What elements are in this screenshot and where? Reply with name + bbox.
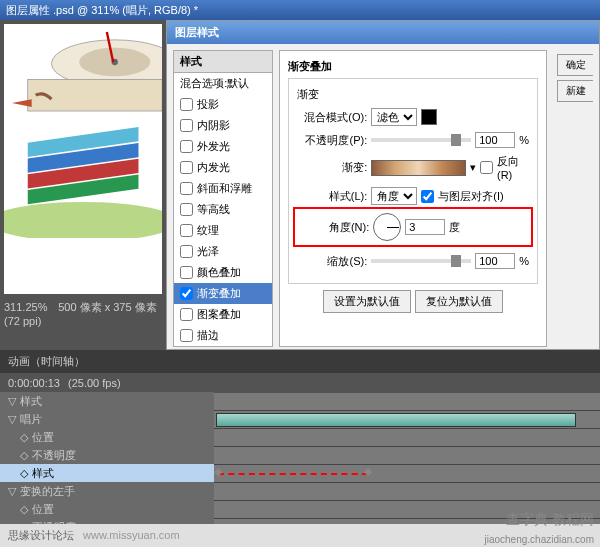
keyframe-diamond[interactable]: ◆ [214, 465, 222, 478]
style-checkbox[interactable] [180, 161, 193, 174]
style-label: 颜色叠加 [197, 265, 241, 280]
blend-mode-label: 混合模式(O): [297, 110, 367, 125]
status-bar: 311.25% 500 像素 x 375 像素 (72 ppi) [0, 298, 166, 329]
style-label: 斜面和浮雕 [197, 181, 252, 196]
expand-icon[interactable]: ▽ [8, 485, 16, 498]
blend-mode-select[interactable]: 滤色 [371, 108, 417, 126]
timeline-layer-6[interactable]: ◇位置 [0, 500, 214, 519]
style-item-3[interactable]: 外发光 [174, 136, 272, 157]
style-item-1[interactable]: 投影 [174, 94, 272, 115]
style-item-4[interactable]: 内发光 [174, 157, 272, 178]
style-item-12[interactable]: 描边 [174, 325, 272, 346]
style-checkbox[interactable] [180, 329, 193, 342]
color-swatch[interactable] [421, 109, 437, 125]
opacity-input[interactable] [475, 132, 515, 148]
timeline-layer-2[interactable]: ◇位置 [0, 428, 214, 447]
timecode[interactable]: 0:00:00:13 [8, 377, 60, 389]
layer-label: 唱片 [20, 412, 42, 427]
timeline-layer-0[interactable]: ▽样式 [0, 392, 214, 411]
section-title: 渐变叠加 [288, 59, 538, 74]
watermark-url: jiaocheng.chazidian.com [484, 534, 594, 545]
timeline-layer-1[interactable]: ▽唱片 [0, 410, 214, 429]
scale-slider[interactable] [371, 259, 471, 263]
style-label: 光泽 [197, 244, 219, 259]
opacity-label: 不透明度(P): [297, 133, 367, 148]
gradient-picker[interactable] [371, 160, 466, 176]
angle-dial[interactable] [373, 213, 401, 241]
options-panel: 渐变叠加 渐变 混合模式(O): 滤色 不透明度(P): % [279, 50, 547, 347]
angle-label: 角度(N): [299, 220, 369, 235]
timeline-title: 动画（时间轴） [8, 354, 85, 369]
style-item-8[interactable]: 光泽 [174, 241, 272, 262]
style-checkbox[interactable] [180, 182, 193, 195]
style-item-11[interactable]: 图案叠加 [174, 304, 272, 325]
clip-bar[interactable] [216, 413, 576, 427]
forum-url: www.missyuan.com [83, 529, 180, 541]
scale-input[interactable] [475, 253, 515, 269]
dropdown-icon[interactable]: ▾ [470, 161, 476, 174]
timeline-track[interactable] [214, 411, 600, 428]
style-checkbox[interactable] [180, 245, 193, 258]
keyframe-icon[interactable]: ◇ [20, 467, 28, 480]
reverse-checkbox[interactable] [480, 161, 493, 174]
style-checkbox[interactable] [180, 98, 193, 111]
reset-default-button[interactable]: 复位为默认值 [415, 290, 503, 313]
style-label: 混合选项:默认 [180, 76, 249, 91]
style-checkbox[interactable] [180, 140, 193, 153]
styles-header: 样式 [174, 51, 272, 73]
timeline-track[interactable] [214, 393, 600, 410]
percent-label-2: % [519, 255, 529, 267]
style-item-9[interactable]: 颜色叠加 [174, 262, 272, 283]
align-checkbox[interactable] [421, 190, 434, 203]
zoom-level: 311.25% [4, 301, 47, 313]
style-label: 纹理 [197, 223, 219, 238]
set-default-button[interactable]: 设置为默认值 [323, 290, 411, 313]
document-tab[interactable]: 图层属性 .psd @ 311% (唱片, RGB/8) * [6, 3, 198, 18]
style-item-7[interactable]: 纹理 [174, 220, 272, 241]
scale-label: 缩放(S): [297, 254, 367, 269]
style-checkbox[interactable] [180, 224, 193, 237]
dialog-buttons: 确定 新建 [553, 50, 593, 347]
style-label: 渐变叠加 [197, 286, 241, 301]
keyframe-icon[interactable]: ◇ [20, 449, 28, 462]
group-title: 渐变 [297, 87, 529, 102]
style-checkbox[interactable] [180, 203, 193, 216]
style-checkbox[interactable] [180, 287, 193, 300]
expand-icon[interactable]: ▽ [8, 395, 16, 408]
style-item-0[interactable]: 混合选项:默认 [174, 73, 272, 94]
new-button[interactable]: 新建 [557, 80, 593, 102]
style-label: 描边 [197, 328, 219, 343]
keyframe-diamond[interactable]: ◆ [364, 465, 372, 478]
opacity-slider[interactable] [371, 138, 471, 142]
style-checkbox[interactable] [180, 119, 193, 132]
style-select[interactable]: 角度 [371, 187, 417, 205]
layer-label: 样式 [32, 466, 54, 481]
timeline-layer-5[interactable]: ▽变换的左手 [0, 482, 214, 501]
ok-button[interactable]: 确定 [557, 54, 593, 76]
angle-input[interactable] [405, 219, 445, 235]
style-item-2[interactable]: 内阴影 [174, 115, 272, 136]
style-checkbox[interactable] [180, 266, 193, 279]
timeline-track[interactable] [214, 483, 600, 500]
expand-icon[interactable]: ▽ [8, 413, 16, 426]
timeline-layer-3[interactable]: ◇不透明度 [0, 446, 214, 465]
style-checkbox[interactable] [180, 308, 193, 321]
keyframe-icon[interactable]: ◇ [20, 503, 28, 516]
timeline-layer-4[interactable]: ◇样式 [0, 464, 214, 483]
keyframe-link [218, 473, 368, 475]
style-item-6[interactable]: 等高线 [174, 199, 272, 220]
timeline-track[interactable]: ◆◆ [214, 465, 600, 482]
percent-label: % [519, 134, 529, 146]
style-item-10[interactable]: 渐变叠加 [174, 283, 272, 304]
reverse-label: 反向(R) [497, 154, 529, 181]
layer-style-dialog: 图层样式 样式 混合选项:默认投影内阴影外发光内发光斜面和浮雕等高线纹理光泽颜色… [166, 20, 600, 350]
timeline-track[interactable] [214, 429, 600, 446]
style-label: 内阴影 [197, 118, 230, 133]
style-label: 外发光 [197, 139, 230, 154]
timeline-track[interactable] [214, 447, 600, 464]
style-item-5[interactable]: 斜面和浮雕 [174, 178, 272, 199]
layer-label: 样式 [20, 394, 42, 409]
canvas-view[interactable] [4, 24, 162, 294]
align-label: 与图层对齐(I) [438, 189, 503, 204]
keyframe-icon[interactable]: ◇ [20, 431, 28, 444]
